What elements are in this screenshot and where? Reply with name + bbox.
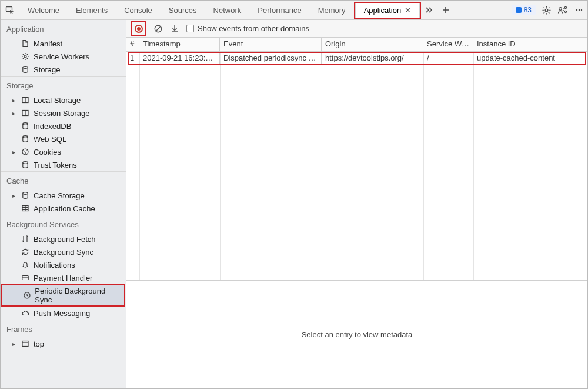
record-button-highlight [131,21,146,36]
clock-icon [22,291,32,300]
clear-button[interactable] [153,24,163,34]
tab-memory[interactable]: Memory [310,1,354,20]
sidebar-section-cache: Cache [1,171,126,189]
svg-point-7 [581,9,582,11]
tab-application[interactable]: Application ✕ [355,3,420,18]
show-other-domains-checkbox[interactable]: Show events from other domains [186,24,309,33]
sidebar-item-label: Push Messaging [34,309,90,318]
issues-badge[interactable]: 83 [512,5,536,15]
sidebar-item-label: IndexedDB [34,122,71,131]
sidebar-item-label: Application Cache [34,204,95,213]
sidebar-item-web-sql[interactable]: Web SQL [1,132,126,145]
cell-num: 1 [126,52,139,65]
add-tab-button[interactable] [437,1,454,20]
save-button[interactable] [170,24,179,34]
grid-icon [21,204,30,213]
sidebar-item-label: Background Fetch [34,235,96,244]
checkbox-icon [186,25,194,32]
sidebar-item-label: Local Storage [34,96,81,105]
svg-point-15 [24,151,25,152]
sidebar-item-top[interactable]: ▸top [1,337,126,350]
sidebar-item-push-messaging[interactable]: Push Messaging [1,307,126,320]
svg-rect-23 [22,341,28,347]
sidebar-item-notifications[interactable]: Notifications [1,258,126,271]
svg-point-18 [23,162,28,164]
col-origin[interactable]: Origin [322,38,423,51]
col-sw[interactable]: Service Wo… [423,38,473,51]
tab-network[interactable]: Network [205,1,250,20]
svg-point-6 [579,9,580,11]
bsync-icon [21,247,30,257]
svg-point-8 [24,55,26,58]
svg-point-5 [576,9,577,11]
sidebar-item-trust-tokens[interactable]: Trust Tokens [1,158,126,171]
svg-point-9 [23,67,28,69]
sidebar-item-storage[interactable]: Storage [1,63,126,76]
experiments-button[interactable] [554,1,571,20]
col-event[interactable]: Event [220,38,322,51]
sidebar-item-background-sync[interactable]: Background Sync [1,245,126,258]
sidebar-item-label: Periodic Background Sync [35,287,122,304]
inspect-icon [5,5,15,15]
top-tabbar: Welcome Elements Console Sources Network… [1,1,587,20]
cell-origin: https://devtoolstips.org/ [322,52,423,65]
svg-point-4 [564,11,566,12]
close-icon[interactable]: ✕ [405,6,411,15]
more-tabs-button[interactable] [421,1,437,20]
sidebar-item-cache-storage[interactable]: ▸Cache Storage [1,189,126,202]
sidebar-item-local-storage[interactable]: ▸Local Storage [1,94,126,107]
sidebar-item-payment-handler[interactable]: Payment Handler [1,271,126,284]
sidebar-item-label: Web SQL [34,135,66,144]
tab-application-highlight: Application ✕ [354,2,422,19]
sidebar-section-storage: Storage [1,76,126,94]
svg-point-13 [23,136,28,138]
tab-label: Application [364,6,402,15]
sidebar-item-label: Service Workers [34,52,89,61]
caret-icon: ▸ [12,97,17,104]
sidebar-item-service-workers[interactable]: Service Workers [1,50,126,63]
download-icon [170,24,179,34]
table-row[interactable]: 1 2021-09-21 16:23:40… Dispatched period… [126,52,587,65]
inspect-element-button[interactable] [1,1,19,20]
caret-icon: ▸ [12,110,17,117]
sidebar-item-label: Notifications [34,261,75,270]
sidebar-section-background-services: Background Services [1,215,126,232]
svg-point-14 [22,149,28,155]
col-instance[interactable]: Instance ID [473,38,587,51]
sidebar-section-application: Application [1,20,126,37]
plus-icon [442,6,450,14]
sidebar-item-label: Payment Handler [34,274,92,282]
db-icon [21,65,30,74]
col-timestamp[interactable]: Timestamp [139,38,220,51]
sidebar-item-cookies[interactable]: ▸Cookies [1,145,126,158]
tab-welcome[interactable]: Welcome [19,1,68,20]
db-icon [21,121,30,131]
tab-console[interactable]: Console [116,1,161,20]
sidebar-item-label: Cache Storage [34,191,85,200]
metadata-placeholder: Select an entry to view metadata [302,330,413,339]
col-num[interactable]: # [126,38,139,51]
svg-point-12 [23,123,28,125]
tab-performance[interactable]: Performance [249,1,309,20]
settings-button[interactable] [538,1,554,20]
sidebar-item-indexeddb[interactable]: IndexedDB [1,119,126,132]
grid-icon [21,95,30,105]
sidebar-item-label: Storage [34,65,61,74]
sidebar-item-periodic-background-sync[interactable]: Periodic Background Sync [2,285,124,305]
tab-elements[interactable]: Elements [68,1,116,20]
tab-sources[interactable]: Sources [161,1,205,20]
record-button[interactable] [135,25,143,33]
person-network-icon [557,5,568,15]
sidebar-item-manifest[interactable]: Manifest [1,37,126,50]
sidebar-item-session-storage[interactable]: ▸Session Storage [1,107,126,119]
sidebar-item-highlight: Periodic Background Sync [1,284,125,307]
kebab-menu-button[interactable] [571,1,587,20]
svg-point-3 [564,6,566,8]
chevron-double-right-icon [425,6,433,14]
sidebar-item-application-cache[interactable]: Application Cache [1,202,126,215]
caret-icon: ▸ [12,149,17,155]
sidebar-item-background-fetch[interactable]: Background Fetch [1,232,126,245]
checkbox-label: Show events from other domains [198,24,309,33]
svg-point-1 [545,9,548,12]
sidebar-item-label: Session Storage [34,109,89,118]
